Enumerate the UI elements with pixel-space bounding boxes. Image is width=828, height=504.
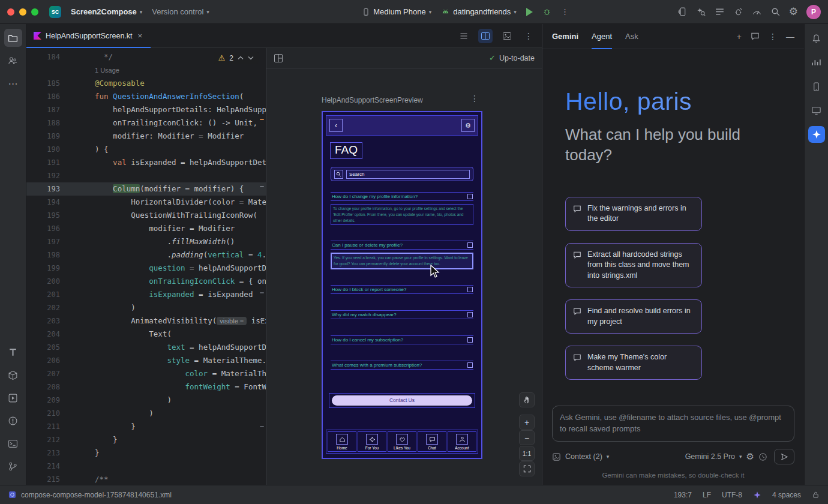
previous-warning-icon[interactable] bbox=[238, 56, 244, 60]
code-editor[interactable]: 184 */1 Usage185@Composable186fun Questi… bbox=[26, 48, 266, 485]
code-line[interactable]: 203 AnimatedVisibility(visible = isExpan bbox=[26, 314, 266, 328]
ui-check-mode-icon[interactable] bbox=[274, 53, 283, 63]
lock-icon[interactable] bbox=[812, 491, 820, 499]
indent-setting[interactable]: 4 spaces bbox=[772, 491, 801, 499]
code-line[interactable]: 193 Column(modifier = modifier) { bbox=[26, 182, 266, 196]
task-list-icon[interactable] bbox=[715, 7, 725, 17]
code-line[interactable]: 207 color = MaterialTheme. bbox=[26, 367, 266, 380]
nav-item-chat[interactable]: Chat bbox=[418, 431, 446, 452]
terminal-tool-button[interactable] bbox=[4, 434, 22, 452]
project-selector[interactable]: Screen2Compose ▾ bbox=[66, 5, 147, 19]
project-tool-button[interactable] bbox=[4, 29, 22, 47]
device-mirroring-icon[interactable] bbox=[677, 7, 688, 17]
file-encoding[interactable]: UTF-8 bbox=[722, 491, 742, 499]
dependencies-tool-button[interactable] bbox=[4, 366, 22, 384]
expand-icon[interactable] bbox=[467, 194, 473, 199]
new-chat-icon[interactable]: + bbox=[737, 32, 742, 41]
device-manager-button[interactable] bbox=[808, 78, 825, 95]
line-separator[interactable]: LF bbox=[703, 491, 711, 499]
model-selector[interactable]: Gemini 2.5 Pro bbox=[685, 452, 735, 461]
gemini-prompt-input[interactable]: Ask Gemini, use @filename to attach sour… bbox=[552, 406, 794, 442]
expand-icon[interactable] bbox=[467, 287, 473, 292]
search-input[interactable]: Search bbox=[346, 170, 470, 179]
code-line[interactable]: 202 ) bbox=[26, 301, 266, 314]
run-button[interactable] bbox=[521, 5, 538, 19]
run-configuration-selector[interactable]: datingandfriends ▾ bbox=[436, 5, 521, 19]
hide-panel-icon[interactable]: — bbox=[786, 32, 794, 41]
preview-options-menu[interactable]: ⋮ bbox=[470, 94, 479, 103]
search-icon[interactable] bbox=[770, 7, 781, 17]
nav-item-star[interactable]: For You bbox=[358, 431, 386, 452]
tab-ask[interactable]: Ask bbox=[625, 24, 638, 49]
code-line[interactable]: 215/** bbox=[26, 473, 266, 485]
chat-history-icon[interactable] bbox=[751, 32, 760, 41]
status-file-name[interactable]: compose-compose-model-1758748140651.xml bbox=[21, 491, 172, 499]
pan-tool-button[interactable] bbox=[519, 392, 535, 407]
history-icon[interactable] bbox=[758, 452, 767, 461]
gemini-tool-button[interactable] bbox=[808, 126, 825, 143]
code-line[interactable]: 195 QuestionWithTrailingIconRow( bbox=[26, 209, 266, 222]
search-bar[interactable]: Search bbox=[331, 167, 473, 181]
ai-spark-icon[interactable] bbox=[753, 491, 761, 499]
code-line[interactable]: 1 Usage bbox=[26, 64, 266, 77]
next-warning-icon[interactable] bbox=[248, 56, 254, 60]
design-view-button[interactable] bbox=[500, 29, 514, 43]
phone-preview[interactable]: ‹ ⚙ FAQ Search How do I change my profil… bbox=[322, 111, 482, 459]
faq-question-row[interactable]: How do I change my profile information? bbox=[331, 192, 473, 201]
zoom-to-fit-button[interactable] bbox=[519, 461, 535, 476]
code-line[interactable]: 206 style = MaterialTheme.typo bbox=[26, 354, 266, 367]
code-line[interactable]: 200 onTrailingIconClick = { onTrai bbox=[26, 275, 266, 288]
preview-canvas[interactable]: HelpAndSupportScreenPreview ⋮ ‹ ⚙ FAQ Se… bbox=[266, 68, 542, 485]
editor-options-menu[interactable]: ⋮ bbox=[521, 29, 536, 43]
caret-position[interactable]: 193:7 bbox=[674, 491, 692, 499]
suggestion-card[interactable]: Fix the warnings and errors in the edito… bbox=[565, 197, 702, 231]
problems-tool-button[interactable] bbox=[4, 412, 22, 430]
version-control-menu[interactable]: Version control ▾ bbox=[147, 5, 214, 19]
gemini-settings-icon[interactable]: ⚙ bbox=[746, 451, 754, 462]
expand-icon[interactable] bbox=[467, 312, 473, 317]
suggestion-card[interactable]: Make my Theme's color scheme warmer bbox=[565, 346, 702, 380]
code-line[interactable]: 201 isExpanded = isExpanded bbox=[26, 288, 266, 301]
nav-item-heart[interactable]: Likes You bbox=[388, 431, 416, 452]
code-line[interactable]: 192 bbox=[26, 169, 266, 182]
pull-requests-tool-button[interactable] bbox=[4, 52, 22, 70]
code-line[interactable]: 197 .fillMaxWidth() bbox=[26, 235, 266, 248]
back-button[interactable]: ‹ bbox=[329, 119, 343, 132]
close-window-button[interactable] bbox=[7, 8, 14, 16]
close-tab-icon[interactable]: × bbox=[137, 31, 144, 40]
settings-icon[interactable]: ⚙ bbox=[789, 5, 798, 18]
faq-question-row[interactable]: Can I pause or delete my profile? bbox=[331, 241, 473, 250]
zoom-out-button[interactable]: − bbox=[519, 430, 535, 445]
code-line[interactable]: 187 helpAndSupportDetails: HelpAndSuppor… bbox=[26, 103, 266, 116]
code-line[interactable]: 210 ) bbox=[26, 407, 266, 420]
expand-icon[interactable] bbox=[467, 337, 473, 343]
preview-name-label[interactable]: HelpAndSupportScreenPreview bbox=[322, 96, 423, 104]
code-line[interactable]: 208 fontWeight = FontWeigh bbox=[26, 380, 266, 394]
faq-question-row[interactable]: Why did my match disappear? bbox=[331, 310, 473, 319]
profiler-icon[interactable] bbox=[752, 7, 762, 17]
code-line[interactable]: 213} bbox=[26, 446, 266, 460]
context-selector[interactable]: Context (2) bbox=[565, 452, 602, 461]
send-button[interactable] bbox=[774, 449, 794, 464]
ai-search-icon[interactable] bbox=[696, 7, 706, 17]
debug-button[interactable] bbox=[538, 5, 556, 19]
expand-icon[interactable] bbox=[467, 362, 473, 368]
profiler-tool-button[interactable] bbox=[808, 54, 825, 71]
faq-question-row[interactable]: What comes with a premium subscription? bbox=[331, 361, 473, 370]
code-line[interactable]: 199 question = helpAndSupportDetai bbox=[26, 262, 266, 275]
more-tool-windows-button[interactable]: ⋯ bbox=[4, 74, 22, 92]
zoom-in-button[interactable]: + bbox=[519, 415, 535, 430]
inspections-widget[interactable]: ⚠ 2 bbox=[214, 52, 259, 64]
contact-us-button[interactable]: Contact Us bbox=[332, 395, 472, 406]
running-devices-button[interactable] bbox=[808, 102, 825, 119]
user-avatar[interactable]: P bbox=[806, 5, 821, 19]
code-line[interactable]: 185@Composable bbox=[26, 77, 266, 90]
faq-question-row[interactable]: How do I block or report someone? bbox=[331, 285, 473, 294]
code-line[interactable]: 191 val isExpanded = helpAndSupportDetai… bbox=[26, 156, 266, 169]
tab-agent[interactable]: Agent bbox=[592, 24, 612, 49]
code-line[interactable]: 189 modifier: Modifier = Modifier bbox=[26, 130, 266, 143]
services-tool-button[interactable] bbox=[4, 389, 22, 407]
suggestion-card[interactable]: Extract all hardcoded strings from this … bbox=[565, 243, 702, 288]
tab-helpandsupportscreen[interactable]: HelpAndSupportScreen.kt × bbox=[26, 24, 151, 48]
build-analyzer-icon[interactable] bbox=[733, 7, 743, 17]
